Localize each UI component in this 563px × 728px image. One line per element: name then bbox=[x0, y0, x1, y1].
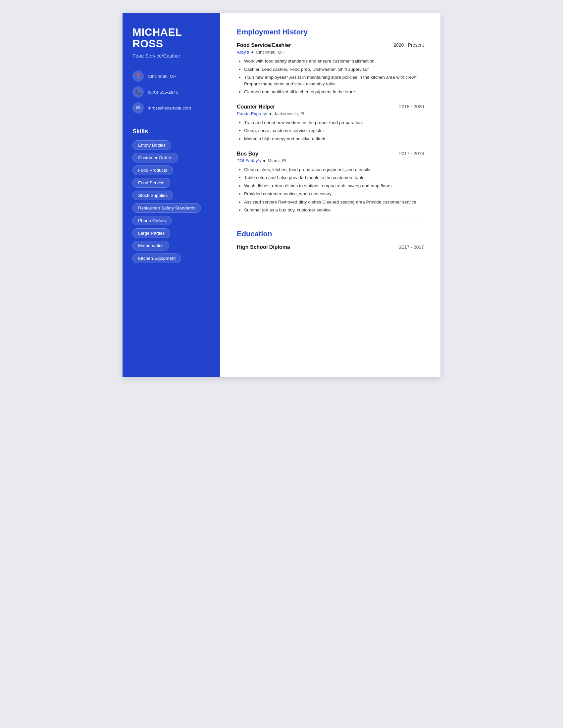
job-bullet: Work with food safety standards and ensu… bbox=[244, 58, 424, 65]
candidate-title: Food Service/Cashier bbox=[132, 53, 210, 59]
job-bullet: Cashier, Lead cashier, Food prep, Dishwa… bbox=[244, 66, 424, 73]
contact-phone: 📞 (670) 555-2945 bbox=[132, 86, 210, 98]
job-dates: 2017 - 2018 bbox=[399, 151, 424, 156]
job-bullets: Train and orient new workers in the prop… bbox=[237, 119, 424, 142]
email-icon: ✉ bbox=[132, 102, 144, 114]
job-bullet: Wash dishes, return dishes to stations, … bbox=[244, 183, 424, 189]
education-section: Education High School Diploma2017 - 2017 bbox=[237, 230, 424, 250]
job-location: Jacksonville, FL bbox=[274, 111, 306, 116]
section-divider bbox=[237, 222, 424, 222]
edu-degree: High School Diploma bbox=[237, 244, 290, 250]
dot: ● bbox=[269, 111, 272, 116]
skill-tag: Stock Supplies bbox=[132, 191, 173, 200]
job-block: Bus Boy2017 - 2018TGI Friday's ● Miami, … bbox=[237, 151, 424, 213]
job-location: Cincinnati, OH bbox=[256, 50, 285, 55]
job-location: Miami, FL bbox=[267, 158, 287, 163]
location-text: Cincinnati, OH bbox=[148, 74, 176, 79]
resume-wrapper: MICHAEL ROSS Food Service/Cashier 📍 Cinc… bbox=[122, 13, 441, 377]
skill-tag: Restaurant Safety Standards bbox=[132, 203, 201, 213]
employment-heading: Employment History bbox=[237, 28, 424, 36]
skill-tag: Kitchen Equipment bbox=[132, 253, 181, 263]
phone-text: (670) 555-2945 bbox=[148, 90, 178, 95]
skills-list: Empty BottlesCustomer OrdersFood Product… bbox=[132, 140, 210, 263]
skill-tag: Customer Orders bbox=[132, 153, 178, 162]
job-title: Food Service/Cashier bbox=[237, 42, 291, 48]
job-bullet: Summer job as a bus boy, customer servic… bbox=[244, 207, 424, 213]
job-title: Counter Helper bbox=[237, 104, 275, 110]
job-header: Bus Boy2017 - 2018 bbox=[237, 151, 424, 157]
dot: ● bbox=[263, 158, 265, 163]
location-icon: 📍 bbox=[132, 70, 144, 82]
skill-tag: Food Service bbox=[132, 178, 170, 188]
dot: ● bbox=[251, 50, 254, 55]
skill-tag: Mathematics bbox=[132, 241, 169, 250]
skill-tag: Empty Bottles bbox=[132, 140, 171, 150]
main-content: Employment History Food Service/Cashier2… bbox=[220, 13, 441, 377]
skills-heading: Skills bbox=[132, 128, 210, 135]
job-bullet: Clean, serve , customer service, registe… bbox=[244, 127, 424, 134]
job-company: Panda Express bbox=[237, 111, 267, 116]
job-company: TGI Friday's bbox=[237, 158, 261, 163]
education-heading: Education bbox=[237, 230, 424, 238]
job-bullet: Maintain high energy and positive attitu… bbox=[244, 136, 424, 142]
job-bullet: Train and orient new workers in the prop… bbox=[244, 119, 424, 126]
job-company: Arby's bbox=[237, 50, 249, 55]
email-text: mross@example.com bbox=[148, 106, 191, 111]
edu-block: High School Diploma2017 - 2017 bbox=[237, 244, 424, 250]
job-bullet: Table setup and I also provided meals to… bbox=[244, 174, 424, 181]
job-title: Bus Boy bbox=[237, 151, 258, 157]
job-header: Food Service/Cashier2020 - Present bbox=[237, 42, 424, 48]
contact-location: 📍 Cincinnati, OH bbox=[132, 70, 210, 82]
skill-tag: Phone Orders bbox=[132, 216, 171, 225]
sidebar: MICHAEL ROSS Food Service/Cashier 📍 Cinc… bbox=[122, 13, 220, 377]
edu-dates: 2017 - 2017 bbox=[399, 245, 424, 250]
contact-section: 📍 Cincinnati, OH 📞 (670) 555-2945 ✉ mros… bbox=[132, 70, 210, 114]
job-meta: TGI Friday's ● Miami, FL bbox=[237, 158, 424, 163]
job-bullet: Assisted servers Removed dirty dishes Cl… bbox=[244, 199, 424, 205]
skill-tag: Food Products bbox=[132, 165, 173, 175]
job-bullet: Provided customer service, when necessar… bbox=[244, 191, 424, 197]
contact-email: ✉ mross@example.com bbox=[132, 102, 210, 114]
job-dates: 2020 - Present bbox=[394, 42, 424, 48]
job-meta: Arby's ● Cincinnati, OH bbox=[237, 50, 424, 55]
jobs-container: Food Service/Cashier2020 - PresentArby's… bbox=[237, 42, 424, 213]
skill-tag: Large Parties bbox=[132, 228, 170, 238]
edu-entries: High School Diploma2017 - 2017 bbox=[237, 244, 424, 250]
job-bullets: Clean dishes, kitchen, food preparation … bbox=[237, 166, 424, 213]
job-bullet: Clean dishes, kitchen, food preparation … bbox=[244, 166, 424, 173]
job-bullet: Train new employees* Assist in maintaini… bbox=[244, 74, 424, 87]
job-bullet: Cleaned and sanitized all kitchen equipm… bbox=[244, 89, 424, 95]
job-dates: 2018 - 2020 bbox=[399, 104, 424, 109]
job-meta: Panda Express ● Jacksonville, FL bbox=[237, 111, 424, 116]
job-header: Counter Helper2018 - 2020 bbox=[237, 104, 424, 110]
job-block: Counter Helper2018 - 2020Panda Express ●… bbox=[237, 104, 424, 142]
phone-icon: 📞 bbox=[132, 86, 144, 98]
edu-header: High School Diploma2017 - 2017 bbox=[237, 244, 424, 250]
skills-section: Skills Empty BottlesCustomer OrdersFood … bbox=[132, 128, 210, 263]
job-block: Food Service/Cashier2020 - PresentArby's… bbox=[237, 42, 424, 95]
candidate-name: MICHAEL ROSS bbox=[132, 26, 210, 50]
job-bullets: Work with food safety standards and ensu… bbox=[237, 58, 424, 95]
